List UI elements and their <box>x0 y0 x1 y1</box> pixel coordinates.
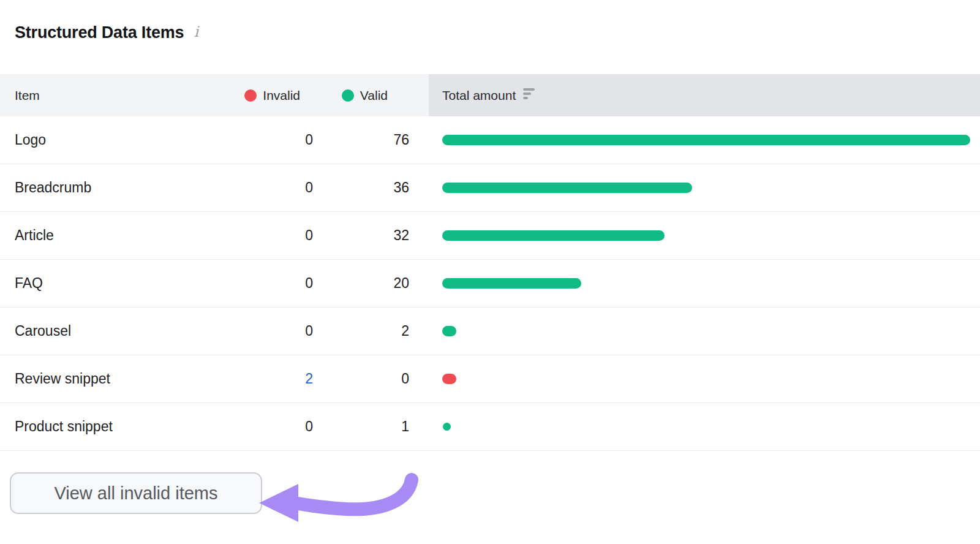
total-amount-bar <box>442 230 665 241</box>
legend-invalid-label: Invalid <box>263 88 300 103</box>
item-label: Article <box>0 227 233 244</box>
info-icon[interactable]: i <box>194 23 198 40</box>
total-amount-bar-cell <box>429 212 980 259</box>
table-row: Review snippet 2 0 <box>0 355 980 403</box>
widget-header: Structured Data Items i <box>0 0 980 42</box>
invalid-count: 0 <box>233 132 313 148</box>
total-amount-bar-cell <box>429 164 980 211</box>
valid-count: 2 <box>313 323 409 339</box>
invalid-count: 0 <box>233 227 313 244</box>
table-row: Logo 0 76 <box>0 116 980 164</box>
table-header: Item Invalid Valid Total amount <box>0 74 980 116</box>
invalid-count: 0 <box>233 323 313 339</box>
legend-invalid: Invalid <box>233 88 313 103</box>
valid-dot-icon <box>342 89 354 102</box>
invalid-count: 0 <box>233 418 313 435</box>
total-amount-bar-cell <box>429 355 980 402</box>
table-body: Logo 0 76 Breadcrumb 0 36 Article 0 32 F… <box>0 116 980 451</box>
annotation-arrow-icon <box>239 450 423 542</box>
page-title: Structured Data Items <box>15 23 184 42</box>
total-amount-label: Total amount <box>442 88 516 103</box>
invalid-count-link[interactable]: 2 <box>233 371 313 387</box>
table-row: Breadcrumb 0 36 <box>0 164 980 212</box>
item-label: Breadcrumb <box>0 179 233 196</box>
invalid-count: 0 <box>233 275 313 292</box>
legend-valid: Valid <box>313 88 409 103</box>
total-amount-bar <box>442 326 456 336</box>
invalid-count: 0 <box>233 179 313 196</box>
item-label: Product snippet <box>0 418 233 435</box>
item-label: Review snippet <box>0 371 233 387</box>
total-amount-bar <box>442 278 581 289</box>
table-row: Product snippet 0 1 <box>0 403 980 451</box>
total-amount-bar-cell <box>429 116 980 164</box>
table-row: Carousel 0 2 <box>0 308 980 355</box>
view-all-invalid-items-button[interactable]: View all invalid items <box>10 472 262 514</box>
valid-count: 32 <box>313 227 409 244</box>
legend-valid-label: Valid <box>360 88 388 103</box>
invalid-dot-icon <box>244 89 257 102</box>
column-header-item: Item <box>0 88 233 103</box>
total-amount-bar-cell <box>429 403 980 450</box>
valid-count: 20 <box>313 275 409 292</box>
valid-count: 0 <box>313 371 409 387</box>
total-amount-bar-cell <box>429 260 980 307</box>
table-row: Article 0 32 <box>0 212 980 260</box>
valid-count: 1 <box>313 418 409 435</box>
item-label: FAQ <box>0 275 233 292</box>
valid-count: 76 <box>313 132 409 148</box>
total-amount-bar <box>442 183 692 193</box>
total-amount-bar <box>442 135 970 145</box>
total-amount-bar-cell <box>429 308 980 355</box>
table-row: FAQ 0 20 <box>0 260 980 308</box>
item-label: Carousel <box>0 323 233 339</box>
column-header-total-amount[interactable]: Total amount <box>429 74 980 116</box>
total-amount-bar <box>443 423 451 431</box>
valid-count: 36 <box>313 179 409 196</box>
sort-descending-icon <box>523 88 535 99</box>
item-label: Logo <box>0 132 233 148</box>
total-amount-bar <box>442 374 456 384</box>
